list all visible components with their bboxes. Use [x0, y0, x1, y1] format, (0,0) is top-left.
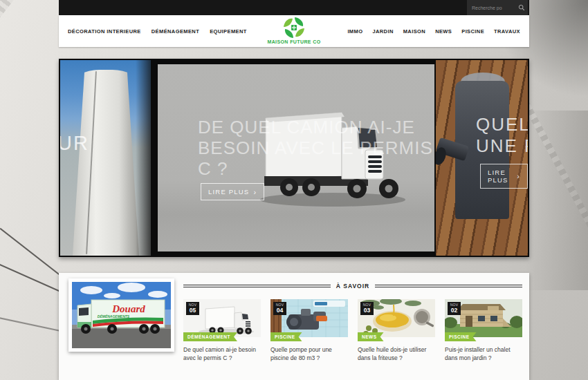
article-card-row: NOV 05 DÉMÉNAGEMENT De quel camion ai-je… — [183, 299, 522, 362]
nav-item-maison[interactable]: MAISON — [403, 28, 425, 35]
lire-plus-label: LIRE PLUS — [208, 188, 249, 196]
hero-carousel: UR — [59, 59, 529, 257]
header-rule-left — [183, 285, 331, 287]
article-title[interactable]: De quel camion ai-je besoin avec le perm… — [183, 345, 261, 362]
date-badge: NOV 02 — [448, 302, 461, 315]
nav-left-group: DÉCORATION INTERIEURE DÉMÉNAGEMENT EQUIP… — [68, 15, 247, 47]
logo-pinwheel-leaves-icon — [283, 17, 305, 39]
nav-item-piscine[interactable]: PISCINE — [461, 28, 484, 35]
ceiling-shadow — [526, 111, 588, 290]
section-title: À SAVOIR — [336, 283, 369, 289]
nav-item-demenagement[interactable]: DÉMÉNAGEMENT — [151, 28, 199, 35]
category-tag[interactable]: NEWS — [358, 332, 384, 341]
carousel-slide-next[interactable]: QUELL UNE P LIRE PLUS › — [436, 60, 528, 256]
cooling-tower-image — [73, 70, 139, 256]
nav-item-news[interactable]: NEWS — [435, 28, 452, 35]
top-bar — [59, 0, 529, 15]
lire-plus-button[interactable]: LIRE PLUS › — [201, 183, 264, 200]
article-thumbnail[interactable]: NOV 02 PISCINE — [445, 299, 522, 337]
article-thumbnail[interactable]: NOV 03 NEWS — [358, 299, 435, 337]
article-card[interactable]: NOV 03 NEWS Quelle huile dois-je utilise… — [358, 299, 435, 362]
lire-plus-label: LIRE PLUS — [488, 169, 513, 184]
hero-title-partial: QUELL UNE P — [476, 114, 528, 157]
search-icon[interactable] — [518, 4, 525, 11]
header-rule-right — [375, 285, 522, 287]
douard-truck-photo: Douard DÉMÉNAGEMENTS — [72, 282, 171, 348]
lire-plus-button[interactable]: LIRE PLUS › — [480, 164, 528, 189]
featured-photo-card[interactable]: Douard DÉMÉNAGEMENTS — [68, 278, 174, 352]
nav-item-jardin[interactable]: JARDIN — [372, 28, 393, 35]
site-logo[interactable]: MAISON FUTURE CO — [263, 17, 325, 44]
page-background: DÉCORATION INTERIEURE DÉMÉNAGEMENT EQUIP… — [0, 0, 588, 380]
article-title[interactable]: Puis-je installer un chalet dans mon jar… — [445, 345, 522, 362]
a-savoir-section: À SAVOIR — [183, 283, 522, 362]
slide-edge-shadow — [136, 60, 151, 256]
category-tag[interactable]: DÉMÉNAGEMENT — [183, 332, 237, 341]
category-tag[interactable]: PISCINE — [270, 332, 302, 341]
carousel-slide-active[interactable]: DE QUEL CAMION AI-JE BESOIN AVEC LE PERM… — [158, 64, 434, 251]
article-card[interactable]: NOV 04 PISCINE Quelle pompe pour une pis… — [270, 299, 348, 362]
chevron-right-icon: › — [517, 173, 520, 179]
article-thumbnail[interactable]: NOV 04 PISCINE — [270, 299, 348, 337]
main-navigation: DÉCORATION INTERIEURE DÉMÉNAGEMENT EQUIP… — [59, 15, 529, 47]
article-card[interactable]: NOV 05 DÉMÉNAGEMENT De quel camion ai-je… — [183, 299, 261, 362]
nav-item-immo[interactable]: IMMO — [347, 28, 362, 35]
logo-text: MAISON FUTURE CO — [263, 39, 325, 44]
nav-item-travaux[interactable]: TRAVAUX — [494, 28, 520, 35]
content-panel: Douard DÉMÉNAGEMENTS À SAVOIR — [59, 273, 529, 380]
slide-title-partial: UR — [60, 132, 89, 155]
date-badge: NOV 03 — [360, 302, 374, 315]
date-badge: NOV 05 — [186, 302, 199, 315]
article-title[interactable]: Quelle huile dois-je utiliser dans la fr… — [358, 345, 435, 362]
nav-right-group: IMMO JARDIN MAISON NEWS PISCINE TRAVAUX — [347, 15, 520, 47]
article-card[interactable]: NOV 02 PISCINE Puis-je installer un chal… — [445, 299, 522, 362]
search-box[interactable] — [467, 0, 528, 15]
category-tag[interactable]: PISCINE — [445, 332, 477, 341]
article-thumbnail[interactable]: NOV 05 DÉMÉNAGEMENT — [183, 299, 261, 337]
hero-title: DE QUEL CAMION AI-JE BESOIN AVEC LE PERM… — [198, 117, 433, 179]
section-header: À SAVOIR — [183, 283, 522, 289]
svg-text:Douard: Douard — [111, 303, 145, 314]
date-badge: NOV 04 — [273, 302, 286, 315]
carousel-slide-previous[interactable]: UR — [60, 60, 151, 256]
nav-item-decoration-interieure[interactable]: DÉCORATION INTERIEURE — [68, 28, 141, 35]
search-input[interactable] — [472, 6, 518, 10]
svg-text:DÉMÉNAGEMENTS: DÉMÉNAGEMENTS — [98, 314, 130, 319]
chevron-right-icon: › — [253, 189, 257, 195]
article-title[interactable]: Quelle pompe pour une piscine de 80 m3 ? — [270, 345, 348, 362]
nav-item-equipement[interactable]: EQUIPEMENT — [210, 28, 247, 35]
